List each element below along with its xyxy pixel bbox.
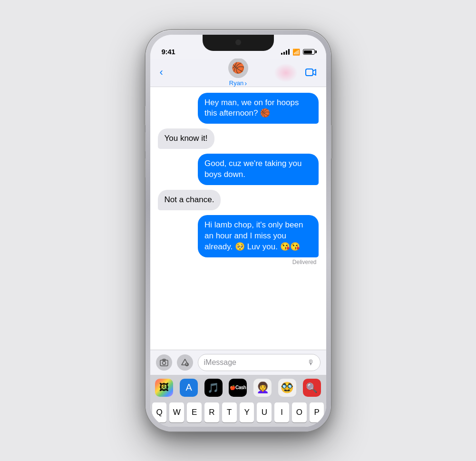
status-icons: 📶 xyxy=(281,49,315,56)
app-strip: 🖼 A 🎵 🍎Cash 👩‍🦱 🥸 🔍 xyxy=(150,375,326,400)
key-t[interactable]: T xyxy=(222,402,237,422)
contact-avatar: 🏀 xyxy=(228,58,248,78)
key-r[interactable]: R xyxy=(204,402,219,422)
message-bubble-3: Good, cuz we're taking you boys down. xyxy=(198,154,319,185)
camera-icon xyxy=(160,359,168,366)
memoji1-icon[interactable]: 👩‍🦱 xyxy=(253,379,272,397)
message-bubble-4: Not a chance. xyxy=(158,190,221,210)
message-bubble-2: You know it! xyxy=(158,128,214,149)
delivered-label: Delivered xyxy=(292,259,319,265)
phone-screen: 9:41 📶 ‹ 🏀 Ryan xyxy=(150,35,326,427)
message-input[interactable]: iMessage 🎙 xyxy=(198,354,321,371)
apple-cash-label: 🍎Cash xyxy=(230,385,246,390)
camera-button[interactable] xyxy=(156,354,172,371)
audio-emoji: 🎵 xyxy=(207,382,219,393)
message-text-4: Not a chance. xyxy=(165,195,214,204)
globe-app-icon[interactable]: 🔍 xyxy=(303,379,321,397)
message-text-1: Hey man, we on for hoops this afternoon?… xyxy=(204,98,299,118)
memoji2-icon[interactable]: 🥸 xyxy=(278,379,296,397)
back-button[interactable]: ‹ xyxy=(160,66,181,78)
contact-info[interactable]: 🏀 Ryan xyxy=(228,58,248,87)
apps-button[interactable] xyxy=(177,354,193,371)
memoji2-emoji: 🥸 xyxy=(281,382,293,394)
globe-emoji: 🔍 xyxy=(306,382,318,393)
keyboard: Q W E R T Y U I O P xyxy=(150,400,326,427)
wifi-icon: 📶 xyxy=(292,49,300,56)
input-area: iMessage 🎙 xyxy=(150,350,326,375)
battery-fill xyxy=(304,50,312,54)
apple-cash-icon[interactable]: 🍎Cash xyxy=(229,379,247,397)
key-u[interactable]: U xyxy=(257,402,272,422)
photos-emoji: 🖼 xyxy=(159,382,169,393)
message-row-2: You know it! xyxy=(158,128,319,149)
message-text-3: Good, cuz we're taking you boys down. xyxy=(204,159,302,179)
status-time: 9:41 xyxy=(162,48,175,56)
message-text-2: You know it! xyxy=(165,134,208,143)
video-call-button[interactable] xyxy=(296,68,317,77)
memoji1-emoji: 👩‍🦱 xyxy=(256,382,269,394)
message-bubble-1: Hey man, we on for hoops this afternoon?… xyxy=(198,93,319,124)
appstore-app-icon[interactable]: A xyxy=(180,379,198,397)
contact-name: Ryan xyxy=(229,79,247,87)
keyboard-row-1: Q W E R T Y U I O P xyxy=(152,402,324,422)
message-placeholder: iMessage xyxy=(204,358,236,367)
svg-rect-0 xyxy=(306,69,313,76)
message-row-1: Hey man, we on for hoops this afternoon?… xyxy=(158,93,319,124)
audio-app-icon[interactable]: 🎵 xyxy=(204,379,223,397)
key-o[interactable]: O xyxy=(292,402,307,422)
message-row-4: Not a chance. xyxy=(158,190,319,210)
messages-area: Hey man, we on for hoops this afternoon?… xyxy=(150,87,326,350)
signal-icon xyxy=(281,49,290,55)
video-icon xyxy=(305,68,317,77)
battery-icon xyxy=(303,49,315,55)
phone-notch xyxy=(203,35,274,51)
phone-device: 9:41 📶 ‹ 🏀 Ryan xyxy=(146,30,331,432)
message-bubble-5: Hi lamb chop, it's only been an hour and… xyxy=(198,215,319,257)
svg-point-2 xyxy=(162,361,165,364)
back-chevron-icon: ‹ xyxy=(160,66,163,78)
key-i[interactable]: I xyxy=(274,402,289,422)
message-row-5: Hi lamb chop, it's only been an hour and… xyxy=(158,215,319,265)
mic-icon: 🎙 xyxy=(307,358,314,366)
navigation-bar: ‹ 🏀 Ryan xyxy=(150,59,326,87)
message-text-5: Hi lamb chop, it's only been an hour and… xyxy=(204,220,303,251)
appstore-symbol: A xyxy=(185,382,192,393)
key-y[interactable]: Y xyxy=(240,402,254,422)
nav-glow-decoration xyxy=(274,63,298,82)
photos-app-icon[interactable]: 🖼 xyxy=(155,379,173,397)
appstore-icon xyxy=(181,358,189,367)
message-row-3: Good, cuz we're taking you boys down. xyxy=(158,154,319,185)
key-w[interactable]: W xyxy=(169,402,184,422)
key-e[interactable]: E xyxy=(187,402,202,422)
